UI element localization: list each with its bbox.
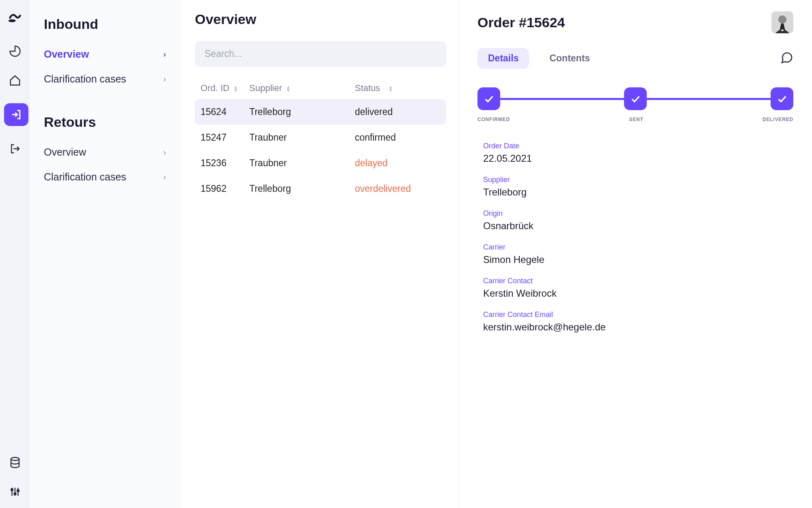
col-header-status[interactable]: Status ▲▼ bbox=[355, 83, 444, 93]
cell-order-id: 15236 bbox=[201, 158, 249, 169]
svg-point-1 bbox=[11, 458, 19, 461]
nav-outbound-icon[interactable] bbox=[9, 142, 22, 155]
field-label: Origin bbox=[483, 209, 793, 218]
tab-contents[interactable]: Contents bbox=[539, 48, 600, 69]
chat-icon[interactable] bbox=[780, 51, 793, 66]
step-label: CONFIRMED bbox=[477, 117, 510, 122]
table-row[interactable]: 15962Trelleborgoverdelivered bbox=[195, 176, 446, 202]
svg-point-0 bbox=[9, 19, 16, 22]
nav-item[interactable]: Clarification cases› bbox=[30, 67, 180, 91]
col-header-status-label: Status bbox=[355, 83, 380, 93]
cell-order-id: 15624 bbox=[201, 106, 249, 117]
chevron-right-icon: › bbox=[163, 50, 166, 59]
field-value: 22.05.2021 bbox=[483, 153, 793, 164]
nav-item[interactable]: Overview› bbox=[30, 140, 180, 165]
field-label: Supplier bbox=[483, 176, 793, 184]
svg-point-6 bbox=[778, 15, 786, 24]
field-value: kerstin.weibrock@hegele.de bbox=[483, 321, 793, 333]
detail-field: SupplierTrelleborg bbox=[483, 176, 793, 198]
chevron-right-icon: › bbox=[163, 74, 166, 84]
cell-supplier: Traubner bbox=[249, 132, 355, 143]
step-line bbox=[647, 98, 771, 100]
col-header-supplier[interactable]: Supplier ▲▼ bbox=[249, 83, 355, 93]
field-value: Kerstin Weibrock bbox=[483, 288, 793, 299]
cell-supplier: Traubner bbox=[249, 158, 355, 169]
nav-item-label: Clarification cases bbox=[44, 171, 126, 183]
table-row[interactable]: 15247Traubnerconfirmed bbox=[195, 125, 446, 150]
progress-labels: CONFIRMED SENT DELIVERED bbox=[477, 117, 793, 122]
search-input[interactable] bbox=[195, 41, 446, 67]
table-body: 15624Trelleborgdelivered15247Traubnercon… bbox=[195, 99, 446, 202]
field-label: Carrier Contact Email bbox=[483, 310, 793, 319]
list-column: Overview Ord. ID ▲▼ Supplier ▲▼ Status ▲… bbox=[180, 0, 459, 508]
chevron-right-icon: › bbox=[163, 148, 166, 157]
tab-details[interactable]: Details bbox=[477, 48, 529, 69]
sort-icon: ▲▼ bbox=[286, 85, 291, 92]
detail-field: Order Date22.05.2021 bbox=[483, 142, 793, 164]
nav-settings-icon[interactable] bbox=[9, 485, 22, 498]
table-row[interactable]: 15236Traubnerdelayed bbox=[195, 150, 446, 176]
cell-supplier: Trelleborg bbox=[249, 106, 355, 117]
table-row[interactable]: 15624Trelleborgdelivered bbox=[195, 99, 446, 125]
nav-database-icon[interactable] bbox=[9, 456, 22, 469]
nav-inbound-icon[interactable] bbox=[4, 103, 28, 126]
step-label: SENT bbox=[629, 117, 643, 122]
nav-item-label: Overview bbox=[44, 48, 89, 60]
col-header-id[interactable]: Ord. ID ▲▼ bbox=[201, 83, 249, 93]
field-value: Trelleborg bbox=[483, 187, 793, 198]
svg-point-2 bbox=[11, 489, 13, 491]
icon-rail bbox=[0, 0, 30, 508]
col-header-id-label: Ord. ID bbox=[201, 83, 229, 93]
cell-status: delivered bbox=[355, 106, 444, 117]
list-title: Overview bbox=[195, 11, 446, 27]
cell-status: delayed bbox=[355, 158, 444, 169]
step-delivered-icon bbox=[771, 87, 793, 110]
cell-status: overdelivered bbox=[355, 183, 444, 194]
cell-status: confirmed bbox=[355, 132, 444, 143]
detail-header: Order #15624 bbox=[477, 11, 793, 33]
nav-item-label: Clarification cases bbox=[44, 73, 126, 85]
nav-item[interactable]: Clarification cases› bbox=[30, 165, 180, 189]
svg-point-4 bbox=[17, 490, 19, 492]
field-value: Simon Hegele bbox=[483, 254, 793, 265]
cell-order-id: 15247 bbox=[201, 132, 249, 143]
step-label: DELIVERED bbox=[762, 117, 793, 122]
detail-field: Carrier ContactKerstin Weibrock bbox=[483, 277, 793, 299]
field-label: Order Date bbox=[483, 142, 793, 150]
table-header: Ord. ID ▲▼ Supplier ▲▼ Status ▲▼ bbox=[195, 79, 446, 99]
field-label: Carrier bbox=[483, 243, 793, 252]
app-logo-icon bbox=[8, 10, 22, 24]
detail-tabs: DetailsContents bbox=[477, 48, 793, 69]
progress-steps bbox=[477, 87, 793, 110]
nav-item-label: Overview bbox=[44, 146, 86, 158]
field-label: Carrier Contact bbox=[483, 277, 793, 285]
detail-field: OriginOsnarbrück bbox=[483, 209, 793, 232]
cell-supplier: Trelleborg bbox=[249, 183, 355, 194]
nav-analytics-icon[interactable] bbox=[9, 45, 22, 58]
side-nav-panel: InboundOverview›Clarification cases›Reto… bbox=[30, 0, 180, 508]
detail-fields: Order Date22.05.2021SupplierTrelleborgOr… bbox=[477, 142, 793, 333]
sort-icon: ▲▼ bbox=[233, 85, 238, 92]
field-value: Osnarbrück bbox=[483, 220, 793, 232]
svg-point-3 bbox=[14, 493, 16, 495]
sort-icon: ▲▼ bbox=[389, 85, 393, 92]
detail-field: Carrier Contact Emailkerstin.weibrock@he… bbox=[483, 310, 793, 333]
section-title: Inbound bbox=[30, 11, 180, 42]
step-line bbox=[500, 98, 624, 100]
nav-home-icon[interactable] bbox=[9, 74, 22, 87]
step-sent-icon bbox=[624, 87, 647, 110]
detail-column: Order #15624 DetailsContents CONFIRMED S… bbox=[459, 0, 812, 508]
nav-item[interactable]: Overview› bbox=[30, 42, 180, 67]
detail-field: CarrierSimon Hegele bbox=[483, 243, 793, 265]
col-header-supplier-label: Supplier bbox=[249, 83, 282, 93]
section-title: Retours bbox=[30, 109, 180, 140]
detail-title: Order #15624 bbox=[477, 15, 565, 30]
cell-order-id: 15962 bbox=[201, 183, 249, 194]
step-confirmed-icon bbox=[477, 87, 500, 110]
user-avatar[interactable] bbox=[771, 11, 793, 33]
chevron-right-icon: › bbox=[163, 172, 166, 182]
